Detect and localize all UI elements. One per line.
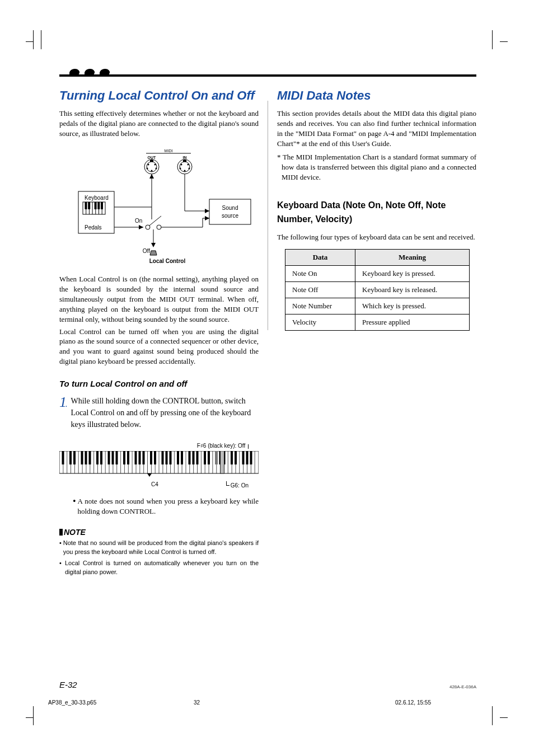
- key-c4-label: C4: [151, 481, 158, 489]
- svg-rect-146: [221, 451, 224, 473]
- local-control-diagram: MIDI OUT IN: [65, 147, 253, 269]
- svg-rect-111: [69, 451, 72, 464]
- svg-rect-36: [101, 202, 103, 209]
- paragraph: This section provides details about the …: [277, 109, 476, 149]
- svg-text:Local Control: Local Control: [149, 258, 186, 264]
- svg-rect-131: [177, 451, 179, 464]
- svg-marker-148: [147, 473, 152, 477]
- svg-marker-50: [151, 243, 156, 247]
- midi-label: MIDI: [165, 149, 173, 153]
- table-row: Note NumberWhich key is pressed.: [285, 298, 470, 314]
- svg-marker-20: [149, 174, 154, 179]
- paragraph: The following four types of keyboard dat…: [277, 232, 476, 242]
- svg-point-8: [156, 167, 157, 169]
- svg-rect-141: [231, 451, 233, 464]
- svg-rect-129: [166, 451, 168, 464]
- svg-text:Off: Off: [143, 248, 150, 254]
- key-off-label: F♯6 (black key): Off: [197, 443, 246, 449]
- svg-rect-147: [216, 451, 218, 464]
- table-row: Note OnKeyboard key is pressed.: [285, 265, 470, 281]
- midi-data-table: Data Meaning Note OnKeyboard key is pres…: [285, 249, 470, 331]
- svg-point-15: [180, 167, 181, 169]
- svg-rect-110: [62, 451, 64, 464]
- svg-rect-10: [150, 159, 153, 162]
- table-row: VelocityPressure applied: [285, 314, 470, 330]
- paragraph: Local Control can be turned off when you…: [59, 327, 259, 367]
- svg-rect-144: [246, 451, 249, 464]
- svg-point-13: [181, 163, 182, 165]
- doc-id: 428A-E-036A: [449, 684, 476, 689]
- svg-point-45: [146, 225, 150, 229]
- svg-rect-145: [250, 451, 252, 464]
- svg-rect-142: [235, 451, 237, 464]
- svg-rect-123: [135, 451, 137, 464]
- table-header-meaning: Meaning: [355, 249, 470, 265]
- footnote: * The MIDI Implementation Chart is a sta…: [277, 152, 476, 182]
- svg-rect-121: [123, 451, 125, 464]
- svg-rect-130: [170, 451, 172, 464]
- svg-rect-137: [208, 451, 210, 464]
- svg-rect-143: [242, 451, 245, 464]
- svg-rect-124: [139, 451, 141, 464]
- svg-rect-120: [116, 451, 118, 464]
- svg-text:OUT: OUT: [148, 156, 157, 159]
- bullet-note: • A note does not sound when you press a…: [73, 496, 259, 516]
- note-item: •Note that no sound will be produced fro…: [59, 539, 259, 557]
- svg-rect-133: [189, 451, 191, 464]
- svg-point-17: [184, 170, 186, 171]
- svg-marker-56: [205, 216, 209, 220]
- subheading-keyboard-data: Keyboard Data (Note On, Note Off, Note N…: [277, 198, 476, 227]
- note-item: •Local Control is turned on automaticall…: [59, 559, 259, 577]
- page-number: E-32: [59, 680, 77, 689]
- subheading-to-turn-local-control: To turn Local Control on and off: [59, 379, 259, 388]
- svg-marker-23: [205, 209, 209, 213]
- svg-point-5: [148, 163, 149, 165]
- svg-rect-115: [89, 451, 91, 464]
- svg-text:IN: IN: [183, 156, 187, 159]
- svg-marker-44: [139, 225, 143, 229]
- svg-text:Sound: Sound: [222, 205, 238, 211]
- svg-line-47: [149, 216, 161, 226]
- svg-rect-136: [204, 451, 206, 464]
- svg-rect-113: [81, 451, 83, 464]
- svg-text:Pedals: Pedals: [85, 224, 102, 231]
- svg-rect-32: [85, 202, 87, 209]
- svg-rect-34: [95, 202, 97, 209]
- svg-rect-39: [209, 199, 251, 224]
- svg-rect-116: [96, 451, 99, 464]
- note-heading: NOTE: [59, 528, 259, 537]
- svg-point-14: [188, 163, 189, 165]
- svg-rect-35: [97, 202, 100, 209]
- svg-point-9: [151, 170, 153, 171]
- svg-rect-33: [88, 202, 90, 209]
- step-number: 1.: [59, 395, 71, 410]
- svg-text:Keyboard: Keyboard: [85, 195, 109, 201]
- svg-rect-125: [143, 451, 145, 464]
- svg-rect-128: [162, 451, 164, 464]
- svg-rect-127: [154, 451, 156, 464]
- svg-rect-122: [127, 451, 129, 464]
- svg-rect-119: [112, 451, 114, 464]
- svg-text:source: source: [222, 213, 238, 219]
- svg-rect-112: [73, 451, 76, 464]
- svg-rect-117: [100, 451, 102, 464]
- svg-rect-135: [196, 451, 199, 464]
- paragraph: When Local Control is on (the normal set…: [59, 274, 259, 325]
- table-header-data: Data: [285, 249, 355, 265]
- source-footer: AP38_e_30-33.p65 32 02.6.12, 15:55: [48, 699, 485, 706]
- svg-rect-18: [183, 159, 186, 162]
- svg-rect-132: [181, 451, 183, 464]
- header-rule: [59, 68, 476, 77]
- svg-marker-51: [150, 251, 157, 255]
- svg-point-6: [154, 163, 156, 165]
- key-g6-label: G6: On: [231, 482, 249, 489]
- svg-point-7: [147, 167, 148, 169]
- svg-point-46: [157, 225, 161, 229]
- step-text: While still holding down the CONTROL but…: [71, 395, 259, 430]
- section-heading-local-control: Turning Local Control On and Off: [59, 88, 259, 103]
- step-1: 1. While still holding down the CONTROL …: [59, 395, 259, 430]
- keyboard-diagram: F♯6 (black key): Off: [59, 443, 259, 489]
- table-row: Note OffKeyboard key is released.: [285, 281, 470, 298]
- paragraph: This setting effectively determines whet…: [59, 109, 259, 139]
- svg-rect-118: [108, 451, 110, 464]
